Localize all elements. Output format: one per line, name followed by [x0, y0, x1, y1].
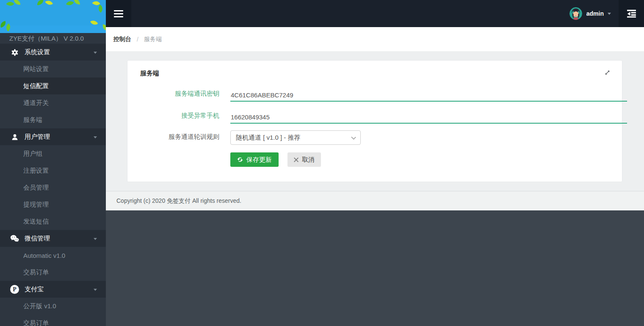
sidebar-item-system-settings[interactable]: 系统设置: [0, 44, 106, 61]
chevron-down-icon: [94, 136, 97, 138]
field-label: 接受异常手机: [140, 109, 219, 120]
sidebar-item-user-management[interactable]: 用户管理: [0, 128, 106, 145]
save-button-label: 保存更新: [246, 156, 272, 164]
chevron-down-icon: [94, 52, 97, 54]
sidebar-item-wechat-management[interactable]: 微信管理: [0, 230, 106, 247]
breadcrumb-root-link[interactable]: 控制台: [113, 36, 131, 43]
user-dropdown[interactable]: admin: [569, 0, 611, 27]
sidebar-item-channel-switch[interactable]: 通道开关: [0, 94, 106, 111]
form-row-secret-key: 服务端通讯密钥: [140, 87, 627, 102]
select-chevron-icon: [351, 135, 356, 140]
sidebar-item-label: 支付宝: [25, 285, 44, 293]
sidebar-item-alipay-orders[interactable]: 交易订单: [0, 315, 106, 326]
cancel-button-label: 取消: [302, 156, 315, 164]
form-row-alert-phone: 接受异常手机: [140, 109, 627, 124]
sidebar-item-automatic-v1[interactable]: Automatic v1.0: [0, 247, 106, 264]
chevron-down-icon: [608, 13, 611, 15]
field-label: 服务端通讯密钥: [140, 87, 219, 98]
breadcrumb-current: 服务端: [144, 36, 162, 43]
sidebar-toggle-button[interactable]: [106, 0, 131, 27]
wechat-icon: [10, 234, 19, 243]
alert-phone-input[interactable]: [230, 109, 627, 124]
field-label: 服务通道轮训规则: [140, 130, 219, 141]
user-icon: [10, 133, 19, 141]
panel-title: 服务端: [140, 69, 159, 77]
sidebar-item-label: 系统设置: [25, 48, 50, 56]
cancel-button[interactable]: 取消: [287, 152, 321, 167]
chevron-down-icon: [94, 289, 97, 291]
avatar: [569, 7, 582, 20]
form-actions: 保存更新 取消: [230, 152, 321, 167]
sidebar-item-send-sms[interactable]: 发送短信: [0, 213, 106, 230]
save-button[interactable]: 保存更新: [230, 152, 279, 167]
sidebar-item-user-group[interactable]: 用户组: [0, 145, 106, 162]
top-navbar: admin: [106, 0, 644, 27]
form-row-channel-rule: 服务通道轮训规则 随机通道 [ v1.0 ] - 推荐: [140, 130, 361, 145]
breadcrumb-separator: /: [137, 36, 138, 43]
sidebar-item-label: 用户管理: [25, 133, 50, 141]
sidebar-item-member-management[interactable]: 会员管理: [0, 179, 106, 196]
sidebar-item-wechat-orders[interactable]: 交易订单: [0, 264, 106, 281]
page-footer: Copyright (c) 2020 免签支付 All rights reser…: [106, 191, 644, 210]
channel-rule-select[interactable]: 随机通道 [ v1.0 ] - 推荐: [230, 130, 361, 145]
sidebar-item-sms-config[interactable]: 短信配置: [0, 77, 106, 94]
close-icon: [294, 157, 299, 162]
gear-icon: [10, 48, 19, 57]
sidebar-item-alipay[interactable]: P 支付宝: [0, 281, 106, 298]
refresh-icon: [237, 157, 243, 163]
sidebar-item-register-settings[interactable]: 注册设置: [0, 162, 106, 179]
outdent-icon: [627, 9, 636, 18]
brand-version-text: ZYE支付（MILA） V 2.0.0: [0, 33, 106, 44]
breadcrumb: 控制台 / 服务端: [106, 27, 644, 51]
username-label: admin: [586, 10, 604, 17]
sidebar: ZYE支付（MILA） V 2.0.0 系统设置 网站设置 短信配置 通道开关: [0, 0, 106, 326]
chevron-down-icon: [94, 238, 97, 240]
sidebar-item-public-v1[interactable]: 公开版 v1.0: [0, 298, 106, 315]
sidebar-menu: 系统设置 网站设置 短信配置 通道开关 服务端 用户管理 用户组 注册设置 会员…: [0, 44, 106, 326]
expand-panel-button[interactable]: [604, 69, 611, 76]
server-settings-panel: 服务端 服务端通讯密钥 接受异常手机 服务通道轮训规则 随机通道 [ v1.0 …: [127, 60, 622, 182]
sidebar-item-website-settings[interactable]: 网站设置: [0, 61, 106, 77]
brand-logo-image[interactable]: [0, 0, 106, 33]
alipay-icon: P: [10, 285, 19, 294]
control-sidebar-toggle-button[interactable]: [619, 0, 644, 27]
copyright-text: Copyright (c) 2020 免签支付 All rights reser…: [116, 197, 241, 205]
expand-arrows-icon: [604, 69, 611, 76]
sidebar-item-label: 微信管理: [25, 235, 50, 243]
content-area: 服务端 服务端通讯密钥 接受异常手机 服务通道轮训规则 随机通道 [ v1.0 …: [106, 51, 644, 191]
sidebar-item-withdraw-management[interactable]: 提现管理: [0, 196, 106, 213]
selected-option-label: 随机通道 [ v1.0 ] - 推荐: [236, 134, 301, 142]
sidebar-item-server[interactable]: 服务端: [0, 111, 106, 128]
secret-key-input[interactable]: [230, 87, 627, 102]
sky-leaves-illustration: [0, 0, 106, 33]
